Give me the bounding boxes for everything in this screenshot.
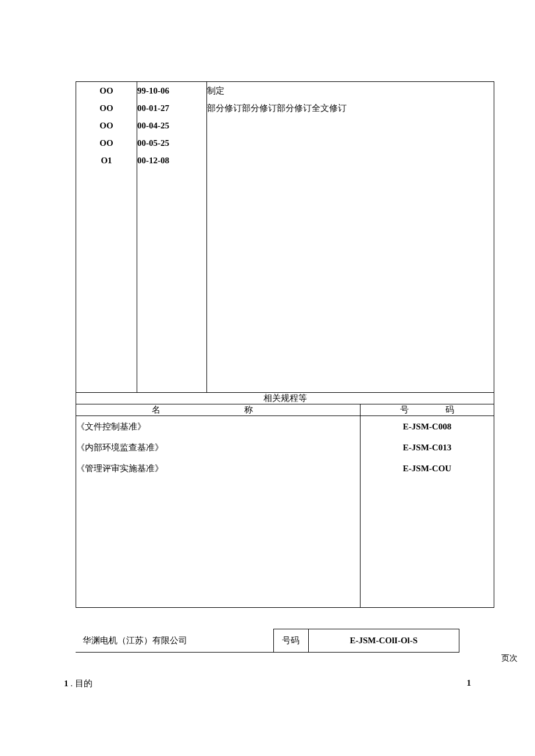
related-name: 《内部环境监查基准》 [76,437,360,458]
related-name: 《管理评审实施基准》 [76,458,360,479]
related-body-row: 《文件控制基准》 《内部环境监查基准》 《管理评审实施基准》 E-JSM-C00… [76,416,494,608]
footer-area: 华渊电机（江苏）有限公司 号码 E-JSM-COlI-Ol-S 页次 [76,629,494,653]
rev-code: OO [76,117,137,134]
rev-date: 00-05-25 [137,134,206,152]
rev-date: 00-12-08 [137,152,206,169]
related-code: E-JSM-C008 [361,416,494,437]
main-table: OO OO OO OO O1 99-10-06 00-01-27 00-04-2… [76,81,494,608]
rev-code: OO [76,99,137,117]
rev-code: O1 [76,152,137,169]
footer-label: 号码 [273,629,308,653]
related-code: E-JSM-C013 [361,437,494,458]
footer-code: E-JSM-COlI-Ol-S [308,629,459,653]
rev-code: OO [76,134,137,152]
purpose-text: 目的 [75,679,92,688]
purpose-heading: 1 . 目的 [64,678,92,689]
related-name: 《文件控制基准》 [76,416,360,437]
revision-codes-cell: OO OO OO OO O1 [76,82,137,393]
rev-date: 00-04-25 [137,117,206,134]
footer-row: 华渊电机（江苏）有限公司 号码 E-JSM-COlI-Ol-S [76,629,459,653]
name-char2: 称 [244,404,253,415]
section-header: 相关规程等 [76,393,494,404]
page-label: 页次 [501,653,518,664]
purpose-dot: . [69,679,75,688]
footer-table: 华渊电机（江苏）有限公司 号码 E-JSM-COlI-Ol-S [76,629,459,653]
code-char2: 码 [445,404,454,415]
purpose-num: 1 [64,679,69,688]
rev-code: OO [76,82,137,99]
code-char1: 号 [400,404,409,415]
revision-row: OO OO OO OO O1 99-10-06 00-01-27 00-04-2… [76,82,494,393]
code-header: 号 码 [361,404,494,416]
revision-desc-cell: 制定 部分修订部分修订部分修订全文修订 [207,82,494,393]
related-code: E-JSM-COU [361,458,494,479]
related-codes-cell: E-JSM-C008 E-JSM-C013 E-JSM-COU [361,416,494,608]
column-header-row: 名 称 号 码 [76,404,494,416]
footer-company: 华渊电机（江苏）有限公司 [76,629,273,653]
name-char1: 名 [152,404,160,415]
rev-date: 99-10-06 [137,82,206,99]
rev-desc-line1: 制定 [207,82,494,99]
related-names-cell: 《文件控制基准》 《内部环境监查基准》 《管理评审实施基准》 [76,416,361,608]
revision-dates-cell: 99-10-06 00-01-27 00-04-25 00-05-25 00-1… [137,82,207,393]
page-number: 1 [467,678,472,689]
bottom-row: 1 . 目的 1 [64,678,494,689]
name-header: 名 称 [76,404,361,416]
section-header-row: 相关规程等 [76,393,494,404]
rev-date: 00-01-27 [137,99,206,117]
rev-desc-line2: 部分修订部分修订部分修订全文修订 [207,99,494,117]
